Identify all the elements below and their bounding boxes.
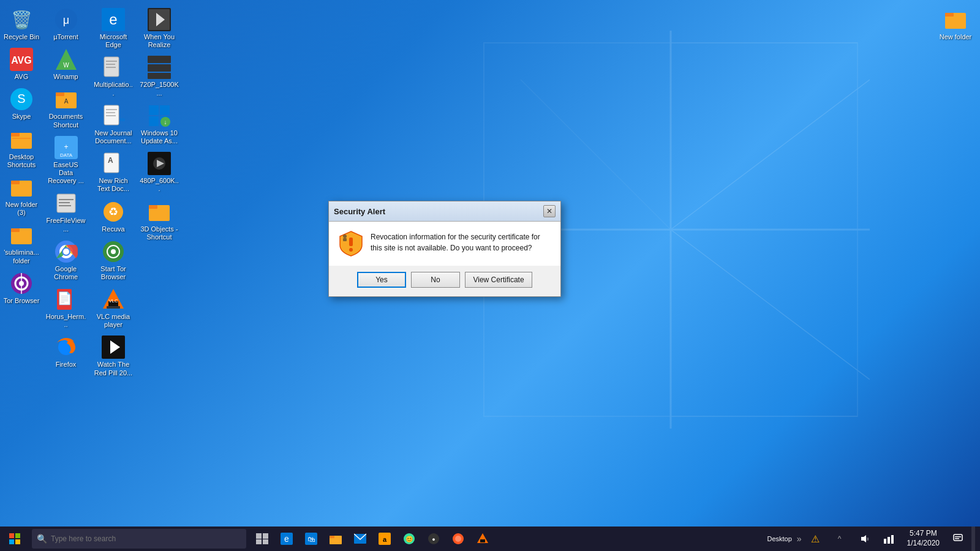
dialog-yes-button[interactable]: Yes: [357, 272, 406, 288]
new-rich-text-icon[interactable]: A New Rich Text Doc...: [92, 149, 135, 195]
windows10-update-icon[interactable]: ↓ Windows 10 Update As...: [138, 101, 181, 148]
multiplication-icon[interactable]: Multiplicatio...: [92, 53, 135, 99]
svg-text:A: A: [108, 156, 113, 165]
recycle-bin-label: Recycle Bin: [4, 33, 39, 41]
store-taskbar-button[interactable]: 🛍: [300, 527, 322, 551]
dialog-view-cert-button[interactable]: View Certificate: [465, 272, 532, 288]
svg-rect-118: [884, 539, 886, 544]
new-folder-3-img: [9, 175, 34, 200]
svg-rect-97: [256, 539, 262, 544]
720p-label: 720P_1500K...: [139, 81, 179, 97]
480p-icon[interactable]: 480P_600K...: [138, 149, 181, 195]
dialog-close-button[interactable]: ✕: [543, 205, 556, 217]
easeus-img: +DATA: [54, 135, 78, 160]
amazon-taskbar-button[interactable]: a: [374, 527, 396, 551]
winamp-icon[interactable]: W Winamp: [45, 45, 88, 83]
freefileview-img: [54, 191, 78, 216]
documents-shortcut-icon[interactable]: A Documents Shortcut: [45, 84, 88, 131]
svg-text:↓: ↓: [164, 119, 167, 126]
start-button[interactable]: [0, 527, 29, 551]
winamp-img: W: [54, 47, 78, 72]
svg-point-89: [343, 234, 347, 238]
search-input[interactable]: [51, 534, 222, 543]
taskbar-clock[interactable]: 5:47 PM 1/14/2020: [902, 529, 944, 548]
start-tor-icon[interactable]: Start Tor Browser: [92, 237, 135, 283]
skype-icon[interactable]: S Skype: [0, 84, 43, 123]
security-alert-dialog[interactable]: Security Alert ✕ Revocatio: [328, 201, 561, 297]
3d-objects-label: 3D Objects - Shortcut: [139, 225, 179, 241]
new-rich-text-label: New Rich Text Doc...: [93, 177, 134, 193]
notification-center-button[interactable]: [947, 527, 969, 551]
show-desktop-arrows[interactable]: »: [797, 534, 802, 544]
show-desktop-button[interactable]: [971, 527, 975, 551]
horus-label: Horus_Herm...: [46, 313, 86, 329]
dialog-no-button[interactable]: No: [411, 272, 460, 288]
freefileview-label: FreeFileView...: [46, 217, 86, 233]
svg-text:μ: μ: [62, 14, 69, 26]
network-icon[interactable]: [878, 527, 900, 551]
subliminal-folder-icon[interactable]: 'sublimina... folder: [0, 220, 43, 267]
notification-icon[interactable]: ⚠: [804, 527, 826, 551]
taskbar-middle: e 🛍 a 😊 ●: [246, 527, 762, 551]
vlc-taskbar-button[interactable]: [472, 527, 494, 551]
google-chrome-icon[interactable]: Google Chrome: [45, 237, 88, 283]
720p-icon[interactable]: 720P_1500K...: [138, 53, 181, 99]
firefox-label: Firefox: [56, 361, 77, 369]
vlc-icon[interactable]: VLC VLC media player: [92, 285, 135, 331]
task-view-button[interactable]: [251, 527, 273, 551]
volume-icon[interactable]: )): [853, 527, 875, 551]
new-journal-icon[interactable]: ✏ New Journal Document...: [92, 101, 135, 148]
svg-rect-91: [9, 533, 14, 538]
easeus-icon[interactable]: +DATA EaseUS Data Recovery ...: [45, 133, 88, 188]
skype-label: Skype: [12, 113, 31, 121]
svg-rect-95: [256, 533, 262, 539]
svg-text:✏: ✏: [120, 116, 125, 124]
taskbar-right: Desktop » ⚠ ^ )) 5:47 PM 1/14/2020: [762, 527, 980, 551]
microsoft-edge-label: Microsoft Edge: [93, 33, 134, 49]
edge-taskbar-button[interactable]: e: [276, 527, 298, 551]
3d-objects-icon[interactable]: 3D Objects - Shortcut: [138, 197, 181, 244]
desktop-shortcuts-img: [9, 127, 34, 152]
when-you-realize-icon[interactable]: When You Realize: [138, 5, 181, 51]
multiplication-label: Multiplicatio...: [93, 81, 134, 97]
dialog-warning-icon: [339, 231, 363, 256]
dialog-content: Revocation information for the security …: [329, 222, 560, 266]
icon8-taskbar-button[interactable]: [447, 527, 469, 551]
when-you-realize-img: [147, 7, 172, 32]
microsoft-edge-img: e: [101, 7, 126, 32]
easeus-label: EaseUS Data Recovery ...: [46, 161, 86, 186]
explorer-taskbar-button[interactable]: [325, 527, 347, 551]
tor-browser-icon[interactable]: Tor Browser: [0, 269, 43, 307]
firefox-icon[interactable]: Firefox: [45, 332, 88, 371]
3d-objects-img: [147, 200, 172, 224]
tray-expand-button[interactable]: ^: [829, 527, 851, 551]
horus-icon[interactable]: 📄 Horus_Herm...: [45, 285, 88, 331]
desktop-shortcuts-label: Desktop Shortcuts: [1, 153, 42, 169]
recuva-icon[interactable]: ♻ Recuva: [92, 197, 135, 236]
windows10-update-img: ↓: [147, 103, 172, 128]
taskbar-search-bar[interactable]: 🔍: [32, 529, 246, 549]
utorrent-icon[interactable]: μ µTorrent: [45, 5, 88, 43]
mail-taskbar-button[interactable]: [349, 527, 371, 551]
new-folder-icon[interactable]: New folder: [934, 5, 977, 43]
recycle-bin-icon[interactable]: 🗑️ Recycle Bin: [0, 5, 43, 43]
svg-rect-28: [56, 92, 64, 96]
desktop-label: Desktop: [767, 535, 791, 542]
svg-rect-75: [160, 105, 170, 115]
subliminal-img: [9, 223, 34, 247]
svg-rect-115: [480, 539, 485, 542]
svg-text:DATA: DATA: [59, 152, 72, 158]
watch-red-pill-icon[interactable]: Watch The Red Pill 20...: [92, 332, 135, 379]
svg-line-3: [671, 230, 870, 380]
microsoft-edge-icon[interactable]: e Microsoft Edge: [92, 5, 135, 51]
desktop-shortcuts-icon[interactable]: Desktop Shortcuts: [0, 125, 43, 171]
svg-rect-119: [888, 537, 890, 544]
svg-line-2: [671, 80, 870, 230]
freefileview-icon[interactable]: FreeFileView...: [45, 189, 88, 235]
tripadvisor-taskbar-button[interactable]: 😊: [398, 527, 420, 551]
search-icon: 🔍: [37, 534, 47, 544]
icon7-taskbar-button[interactable]: ●: [423, 527, 445, 551]
svg-rect-51: [106, 109, 117, 110]
avg-icon[interactable]: AVG AVG: [0, 45, 43, 83]
new-folder-3-icon[interactable]: New folder (3): [0, 173, 43, 219]
